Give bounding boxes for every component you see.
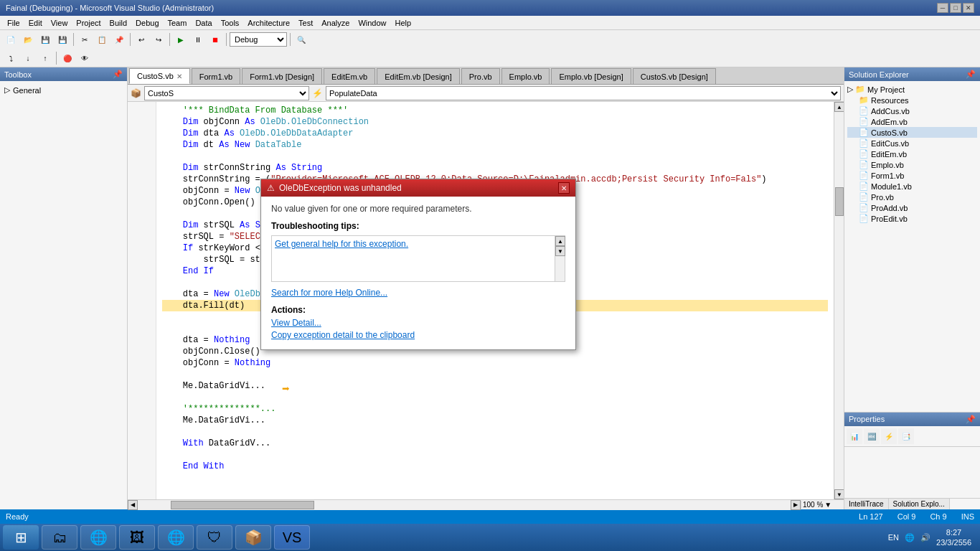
new-project-button[interactable]: 📄 [3,32,19,47]
paste-button[interactable]: 📌 [111,32,127,47]
find-button[interactable]: 🔍 [293,32,309,47]
tab-custos-design[interactable]: CustoS.vb [Design] [633,68,716,84]
tab-form1-design[interactable]: Form1.vb [Design] [242,68,322,84]
save-button[interactable]: 💾 [37,32,53,47]
zoom-dropdown-icon[interactable]: ▼ [824,501,831,509]
solution-explo-tab[interactable]: Solution Explo... [889,499,950,509]
taskbar-package[interactable]: 📦 [235,525,271,550]
tree-custos[interactable]: 📄 CustoS.vb [847,127,977,138]
menu-window[interactable]: Window [354,17,390,29]
menu-debug[interactable]: Debug [131,17,163,29]
tab-close-icon[interactable]: ✕ [176,72,182,80]
dialog-tips-link[interactable]: Get general help for this exception. [275,239,408,249]
redo-button[interactable]: ↪ [151,32,166,47]
tree-proadd[interactable]: 📄 ProAdd.vb [847,202,977,213]
dialog-tips-scrollbar[interactable]: ▲ ▼ [555,236,565,281]
stop-button[interactable]: ⏹ [207,32,223,47]
taskbar-security[interactable]: 🛡 [197,525,232,550]
tab-form1-vb[interactable]: Form1.vb [192,68,240,84]
tree-form1[interactable]: 📄 Form1.vb [847,170,977,181]
taskbar-vs[interactable]: VS [274,525,310,550]
scroll-right-button[interactable]: ▶ [791,500,801,510]
minimize-button[interactable]: ─ [937,3,948,13]
scroll-thumb-h[interactable] [171,501,314,509]
props-sort-category[interactable]: 📊 [847,428,862,444]
horizontal-scrollbar[interactable]: ◀ ▶ 100 % ▼ [128,499,844,509]
tab-custos-vb-active[interactable]: CustoS.vb ✕ [129,68,190,84]
scroll-track-h[interactable] [138,500,791,510]
dialog-search-link[interactable]: Search for more Help Online... [271,288,565,298]
save-all-button[interactable]: 💾 [55,32,70,47]
tips-scroll-up[interactable]: ▲ [555,236,565,246]
menu-file[interactable]: File [3,17,24,29]
props-sort-alpha[interactable]: 🔤 [864,428,880,444]
step-over-button[interactable]: ⤵ [3,50,19,66]
intellitrace-tab[interactable]: IntelliTrace [844,499,889,509]
toolbox-general-section[interactable]: ▷ General [3,84,124,96]
menu-team[interactable]: Team [164,17,192,29]
window-controls[interactable]: ─ □ ✕ [937,3,974,13]
taskbar-photoshop[interactable]: 🖼 [119,525,155,550]
menu-view[interactable]: View [47,17,72,29]
taskbar-explorer[interactable]: 🗂 [42,525,77,550]
system-clock[interactable]: 8:27 23/3/2556 [936,527,971,547]
tree-proedit[interactable]: 📄 ProEdit.vb [847,213,977,224]
tips-scroll-down[interactable]: ▼ [555,246,565,256]
scroll-left-button[interactable]: ◀ [128,500,138,510]
watch-button[interactable]: 👁 [77,50,93,66]
menu-data[interactable]: Data [191,17,216,29]
scroll-up-button[interactable]: ▲ [834,102,844,112]
method-select[interactable]: PopulateData [326,86,841,100]
config-select[interactable]: Debug [230,32,287,47]
tab-editem-design[interactable]: EditEm.vb [Design] [377,68,460,84]
tree-pro[interactable]: 📄 Pro.vb [847,192,977,202]
copy-button[interactable]: 📋 [94,32,110,47]
close-button[interactable]: ✕ [963,3,974,13]
open-button[interactable]: 📂 [20,32,36,47]
menu-help[interactable]: Help [391,17,416,29]
tree-module1[interactable]: 📄 Module1.vb [847,181,977,192]
copy-exception-link[interactable]: Copy exception detail to the clipboard [271,330,565,340]
toolbox-pin-icon[interactable]: 📌 [113,70,123,79]
taskbar-chrome[interactable]: 🌐 [80,525,116,550]
menu-build[interactable]: Build [105,17,131,29]
tree-editcus[interactable]: 📄 EditCus.vb [847,138,977,149]
menu-test[interactable]: Test [294,17,317,29]
tree-addem[interactable]: 📄 AddEm.vb [847,116,977,127]
start-button[interactable]: ⊞ [3,525,39,550]
view-detail-link[interactable]: View Detail... [271,318,565,328]
scroll-down-button[interactable]: ▼ [834,489,844,499]
menu-tools[interactable]: Tools [217,17,244,29]
menu-architecture[interactable]: Architecture [243,17,294,29]
dialog-close-button[interactable]: ✕ [558,182,570,194]
solution-pin-icon[interactable]: 📌 [966,70,976,79]
tab-pro-vb[interactable]: Pro.vb [461,68,500,84]
tree-resources[interactable]: 📁 Resources [847,95,977,105]
tree-emplo[interactable]: 📄 Emplo.vb [847,159,977,170]
menu-analyze[interactable]: Analyze [317,17,354,29]
tab-emplo-design[interactable]: Emplo.vb [Design] [551,68,631,84]
tree-root[interactable]: ▷ 📁 My Project [847,84,977,95]
tab-emplo-vb[interactable]: Emplo.vb [501,68,550,84]
class-select[interactable]: CustoS [144,86,309,100]
undo-button[interactable]: ↩ [133,32,149,47]
menu-edit[interactable]: Edit [24,17,47,29]
step-out-button[interactable]: ↑ [37,50,53,66]
tree-addcus[interactable]: 📄 AddCus.vb [847,105,977,116]
props-events[interactable]: ⚡ [881,428,897,444]
tab-editem-vb[interactable]: EditEm.vb [324,68,375,84]
tree-editem[interactable]: 📄 EditEm.vb [847,149,977,159]
cut-button[interactable]: ✂ [77,32,93,47]
scroll-thumb[interactable] [835,187,844,216]
scroll-track[interactable] [834,112,844,489]
props-pages[interactable]: 📑 [898,428,914,444]
taskbar-ie[interactable]: 🌐 [158,525,194,550]
pause-button[interactable]: ⏸ [190,32,206,47]
properties-pin-icon[interactable]: 📌 [966,415,976,424]
breakpoint-button[interactable]: 🔴 [60,50,75,66]
menu-project[interactable]: Project [72,17,105,29]
vertical-scrollbar[interactable]: ▲ ▼ [834,102,844,499]
step-into-button[interactable]: ↓ [20,50,36,66]
maximize-button[interactable]: □ [950,3,961,13]
start-debug-button[interactable]: ▶ [173,32,189,47]
